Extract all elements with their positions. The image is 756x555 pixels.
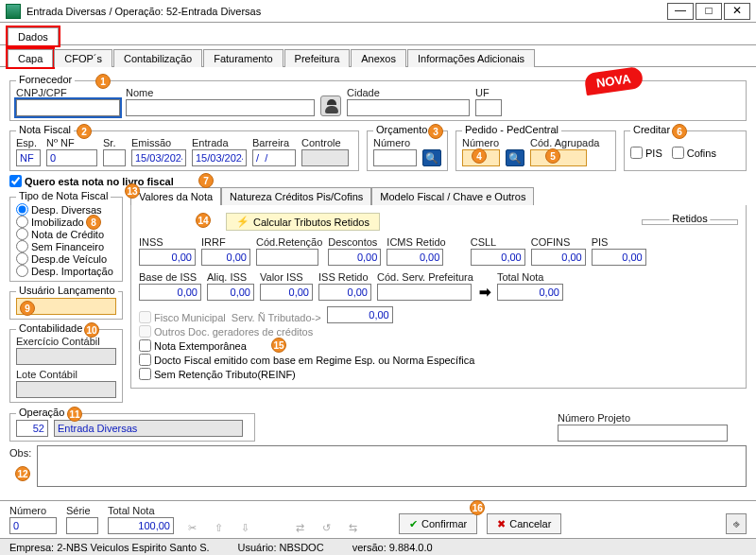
- foot-num-input[interactable]: [9, 517, 57, 534]
- uf-input[interactable]: [475, 99, 502, 116]
- tab-faturamento[interactable]: Faturamento: [203, 49, 283, 67]
- op-num-input[interactable]: [16, 420, 48, 437]
- badge-2: 2: [77, 124, 92, 139]
- controle-input[interactable]: [301, 149, 349, 166]
- main-tabs-level2: Capa CFOP´s Contabilização Faturamento P…: [0, 45, 756, 67]
- snt-input[interactable]: [327, 306, 393, 323]
- radio-sem-financeiro[interactable]: Sem Financeiro: [16, 240, 116, 252]
- valoriss-label: Valor ISS: [260, 271, 313, 283]
- group-nota-fiscal: Nota Fiscal 2 Esp. Nº NF Sr. Emissão Ent…: [9, 130, 359, 171]
- badge-3: 3: [428, 124, 443, 139]
- sem-retencao-checkbox[interactable]: Sem Retenção Tributo(REINF): [139, 368, 296, 380]
- barreira-label: Barreira: [252, 137, 296, 148]
- tab-anexos[interactable]: Anexos: [351, 49, 406, 67]
- pis-input[interactable]: [592, 249, 646, 266]
- inss-input[interactable]: [139, 249, 196, 266]
- cnpj-input[interactable]: [16, 99, 120, 116]
- cidade-input[interactable]: [347, 99, 470, 116]
- nota-extemp-checkbox[interactable]: Nota Extemporânea: [139, 339, 247, 352]
- icms-input[interactable]: [387, 249, 443, 266]
- radio-desp-importacao[interactable]: Desp. Importação: [16, 265, 116, 277]
- calc-tributos-button[interactable]: ⚡Calcular Tributos Retidos: [226, 213, 380, 231]
- check-icon: ✔: [409, 518, 418, 530]
- tool-icon[interactable]: ⇆: [344, 522, 361, 534]
- tab-dados[interactable]: Dados: [8, 27, 59, 45]
- cont-legend: Contabilidade: [16, 322, 85, 334]
- badge-9: 9: [20, 301, 35, 316]
- tab-prefeitura[interactable]: Prefeitura: [284, 49, 351, 67]
- radio-nota-credito[interactable]: Nota de Crédito: [16, 228, 116, 240]
- foot-total-input[interactable]: [108, 517, 174, 534]
- csll-input[interactable]: [471, 249, 525, 266]
- tool-icon[interactable]: ⇄: [291, 522, 308, 534]
- minimize-button[interactable]: —: [667, 3, 694, 20]
- cancelar-button[interactable]: ✖Cancelar: [487, 513, 561, 534]
- codserv-input[interactable]: [377, 284, 472, 301]
- emissao-input[interactable]: [131, 149, 186, 166]
- confirmar-button[interactable]: ✔Confirmar: [399, 513, 477, 534]
- csll-label: CSLL: [471, 236, 525, 248]
- badge-7: 7: [198, 173, 214, 188]
- radio-desp-veiculo[interactable]: Desp.de Veículo: [16, 252, 116, 265]
- orc-num-input[interactable]: [373, 149, 417, 166]
- tool-icon[interactable]: ✂: [183, 522, 200, 534]
- foot-total-label: Total Nota: [108, 505, 174, 516]
- tab-info-adicionais[interactable]: Informações Adicionais: [407, 49, 535, 67]
- aliqiss-input[interactable]: [207, 284, 254, 301]
- cofins-input[interactable]: [531, 249, 586, 266]
- close-button[interactable]: ✕: [724, 3, 750, 20]
- projeto-input[interactable]: [558, 425, 728, 442]
- op-desc-input[interactable]: [54, 420, 243, 437]
- outros-doc-checkbox[interactable]: Outros Doc. geradores de créditos: [139, 325, 313, 338]
- uf-label: UF: [475, 87, 502, 98]
- desc-input[interactable]: [328, 249, 381, 266]
- cofins-checkbox[interactable]: Cofins: [672, 147, 716, 159]
- subtab-natureza[interactable]: Natureza Créditos Pis/Cofins: [221, 187, 371, 205]
- esp-label: Esp.: [16, 137, 41, 148]
- main-tabs-level1: Dados: [0, 23, 756, 45]
- radio-desp-diversas[interactable]: Desp. Diversas: [16, 203, 116, 216]
- foot-serie-input[interactable]: [66, 517, 98, 534]
- tool-icon[interactable]: ⇩: [236, 522, 253, 534]
- fisco-municipal-checkbox[interactable]: Fisco Municipal: [139, 311, 226, 323]
- nome-input[interactable]: [126, 99, 315, 116]
- barreira-input[interactable]: [252, 149, 296, 166]
- tool-icon[interactable]: ⇧: [210, 522, 227, 534]
- quero-livro-checkbox[interactable]: Quero esta nota no livro fiscal: [9, 175, 747, 187]
- codret-input[interactable]: [256, 249, 318, 266]
- esp-input[interactable]: [16, 149, 41, 166]
- entrada-label: Entrada: [192, 137, 247, 148]
- baseiss-input[interactable]: [139, 284, 201, 301]
- maximize-button[interactable]: □: [696, 3, 722, 20]
- radio-imobilizado[interactable]: Imobilizado 8: [16, 216, 116, 228]
- tool-icon[interactable]: ↺: [318, 522, 335, 534]
- tab-capa[interactable]: Capa: [8, 49, 53, 67]
- entrada-input[interactable]: [192, 149, 247, 166]
- valoriss-input[interactable]: [260, 284, 313, 301]
- totalnota-input[interactable]: [497, 284, 563, 301]
- baseiss-label: Base de ISS: [139, 271, 201, 283]
- tab-contabilizacao[interactable]: Contabilização: [113, 49, 202, 67]
- pis-checkbox[interactable]: PIS: [630, 147, 662, 159]
- issretido-input[interactable]: [318, 284, 371, 301]
- irrf-input[interactable]: [201, 249, 250, 266]
- tipo-legend: Tipo de Nota Fiscal: [16, 190, 111, 201]
- nnf-label: Nº NF: [46, 137, 97, 148]
- ped-legend: Pedido - PedCentral: [462, 124, 561, 135]
- lote-input[interactable]: [16, 381, 116, 398]
- orc-search-button[interactable]: 🔍: [422, 149, 441, 166]
- orc-num-label: Número: [373, 137, 441, 148]
- subtab-valores[interactable]: Valores da Nota: [130, 187, 221, 205]
- docto-regime-checkbox[interactable]: Docto Fiscal emitido com base em Regime …: [139, 354, 474, 366]
- exercicio-input[interactable]: [16, 348, 116, 365]
- subtab-modelo[interactable]: Modelo Fiscal / Chave e Outros: [371, 187, 534, 205]
- status-versao: versão: 9.884.0.0: [352, 542, 433, 553]
- ped-search-button[interactable]: 🔍: [506, 149, 524, 166]
- desc-label: Descontos: [328, 236, 381, 248]
- nnf-input[interactable]: [46, 149, 97, 166]
- exit-icon[interactable]: ⎆: [726, 513, 747, 534]
- sr-input[interactable]: [103, 149, 126, 166]
- tab-cfops[interactable]: CFOP´s: [54, 49, 112, 67]
- issretido-label: ISS Retido: [318, 271, 371, 283]
- obs-input[interactable]: [37, 445, 747, 487]
